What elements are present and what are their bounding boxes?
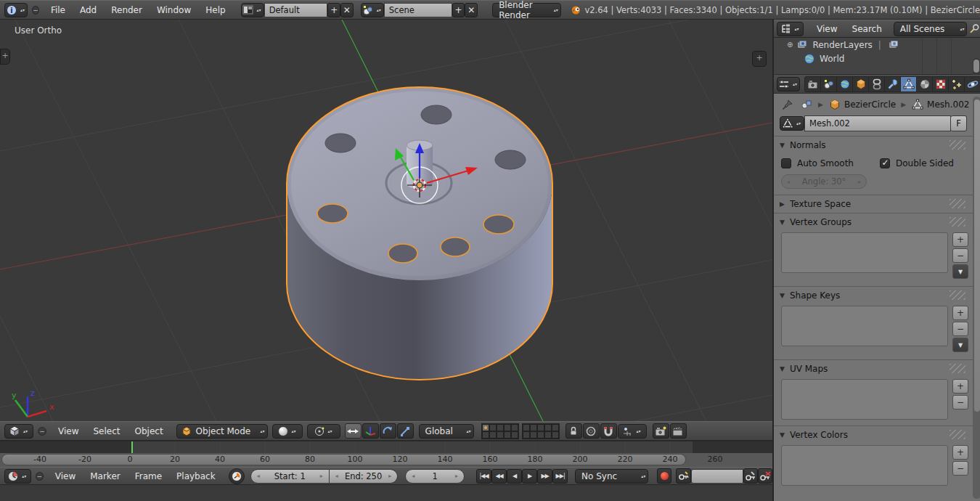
menu-add[interactable]: Add bbox=[73, 5, 104, 15]
mesh-object-cylinder[interactable] bbox=[287, 87, 552, 380]
active-keying-set-button[interactable] bbox=[676, 468, 690, 484]
next-keyframe-button[interactable]: ▶▶ bbox=[537, 469, 552, 484]
snap-element-dropdown[interactable]: ▴▾ bbox=[618, 424, 647, 439]
panel-drag-icon[interactable] bbox=[950, 140, 965, 150]
remove-vertex-color-button[interactable]: − bbox=[952, 461, 968, 476]
vertex-colors-list[interactable] bbox=[781, 445, 948, 486]
3d-viewport[interactable]: y z x User Ortho (1) BezierCircle + bbox=[0, 20, 772, 441]
panel-drag-icon[interactable] bbox=[950, 199, 965, 208]
scale-manipulator-button[interactable] bbox=[397, 423, 414, 439]
double-sided-checkbox-row[interactable]: Double Sided bbox=[873, 154, 960, 171]
shape-key-specials-button[interactable]: ▼ bbox=[952, 338, 968, 352]
editor-type-selector-3dview[interactable]: ▴▾ bbox=[4, 424, 33, 439]
auto-smooth-checkbox[interactable] bbox=[781, 158, 791, 168]
tab-physics[interactable] bbox=[965, 77, 980, 91]
insert-keyframe-button[interactable] bbox=[743, 468, 758, 484]
transform-orientation-dropdown[interactable]: Global ▴▾ bbox=[419, 424, 474, 439]
keying-set-field[interactable] bbox=[691, 469, 743, 484]
lock-to-scene-button[interactable] bbox=[565, 423, 582, 439]
vertex-group-specials-button[interactable]: ▼ bbox=[952, 264, 968, 279]
editor-type-selector-properties[interactable]: ▴▾ bbox=[777, 77, 800, 91]
auto-smooth-checkbox-row[interactable]: Auto Smooth bbox=[774, 154, 873, 171]
timeline-menu-frame[interactable]: Frame bbox=[128, 471, 169, 481]
properties-vertical-scrollbar[interactable] bbox=[973, 97, 980, 499]
add-vertex-group-button[interactable]: + bbox=[952, 232, 968, 247]
tab-scene[interactable] bbox=[821, 77, 837, 91]
current-frame-indicator[interactable] bbox=[131, 441, 133, 453]
scene-browse-button[interactable]: ▴▾ bbox=[361, 3, 384, 17]
properties-shelf-expand-tab[interactable]: + bbox=[752, 51, 767, 67]
panel-header-uv-maps[interactable]: ▼ UV Maps bbox=[774, 360, 973, 378]
viewport-menu-view[interactable]: View bbox=[51, 426, 86, 436]
editor-type-selector-outliner[interactable]: ▴▾ bbox=[777, 22, 804, 36]
collapse-timeline-menus-button[interactable]: − bbox=[36, 472, 44, 481]
pin-icon[interactable] bbox=[781, 98, 794, 111]
layer-1-active[interactable] bbox=[482, 424, 489, 431]
add-vertex-color-button[interactable]: + bbox=[952, 445, 968, 460]
breadcrumb-object[interactable]: BezierCircle bbox=[844, 99, 896, 110]
object-data-context-icon[interactable] bbox=[800, 98, 813, 111]
editor-type-selector-timeline[interactable]: ▴▾ bbox=[4, 469, 31, 484]
scene-name-field[interactable]: Scene bbox=[384, 3, 452, 17]
timeline-menu-playback[interactable]: Playback bbox=[169, 471, 223, 481]
add-scene-button[interactable]: + bbox=[452, 3, 465, 17]
current-frame-field[interactable]: ◂1▸ bbox=[405, 469, 465, 484]
outliner-menu-view[interactable]: View bbox=[809, 24, 844, 34]
delete-scene-button[interactable]: ✕ bbox=[465, 3, 478, 17]
snap-toggle-button[interactable] bbox=[600, 423, 617, 439]
toolbar-expand-tab[interactable]: + bbox=[0, 49, 10, 65]
previous-keyframe-button[interactable]: ◀◀ bbox=[491, 469, 507, 484]
outliner-menu-search[interactable]: Search bbox=[845, 24, 889, 34]
add-uv-map-button[interactable]: + bbox=[952, 379, 968, 394]
tab-render[interactable] bbox=[805, 77, 821, 91]
opengl-render-image-button[interactable] bbox=[653, 423, 669, 439]
mode-dropdown[interactable]: Object Mode ▴▾ bbox=[176, 424, 268, 439]
proportional-edit-button[interactable] bbox=[583, 423, 600, 439]
panel-header-vertex-colors[interactable]: ▼ Vertex Colors bbox=[774, 426, 973, 444]
add-screen-layout-button[interactable]: + bbox=[327, 3, 340, 17]
tab-texture[interactable] bbox=[933, 77, 949, 91]
viewport-menu-select[interactable]: Select bbox=[86, 426, 127, 436]
outliner-search-icon[interactable] bbox=[968, 23, 980, 36]
menu-render[interactable]: Render bbox=[104, 5, 150, 15]
uv-maps-list[interactable] bbox=[781, 379, 948, 420]
tab-object-data[interactable] bbox=[901, 77, 917, 91]
play-button[interactable]: ▶ bbox=[522, 469, 537, 484]
expand-icon[interactable]: ⊕ bbox=[787, 41, 793, 49]
collapse-viewport-menus-button[interactable]: − bbox=[38, 427, 46, 436]
screen-layout-browse-button[interactable]: ▴▾ bbox=[241, 3, 264, 17]
collapse-menus-button[interactable]: − bbox=[32, 6, 39, 15]
menu-help[interactable]: Help bbox=[198, 5, 232, 15]
panel-header-vertex-groups[interactable]: ▼ Vertex Groups bbox=[774, 213, 973, 231]
auto-smooth-angle-slider[interactable]: ◂ Angle: 30° ▸ bbox=[781, 174, 867, 189]
mesh-name-field[interactable]: Mesh.002 bbox=[804, 115, 951, 131]
breadcrumb-data[interactable]: Mesh.002 bbox=[927, 99, 969, 110]
layers-group-1[interactable] bbox=[481, 423, 519, 439]
fake-user-button[interactable]: F bbox=[951, 115, 967, 131]
menu-file[interactable]: File bbox=[44, 5, 73, 15]
remove-vertex-group-button[interactable]: − bbox=[952, 248, 968, 263]
sync-mode-dropdown[interactable]: No Sync ▴▾ bbox=[575, 469, 648, 484]
panel-drag-icon[interactable] bbox=[950, 217, 965, 227]
tab-particles[interactable] bbox=[949, 77, 965, 91]
viewport-shading-dropdown[interactable]: ▴▾ bbox=[272, 424, 303, 439]
timeline-track[interactable] bbox=[0, 441, 772, 453]
shape-keys-list[interactable] bbox=[781, 306, 948, 346]
panel-drag-icon[interactable] bbox=[950, 364, 965, 373]
double-sided-checkbox[interactable] bbox=[880, 158, 890, 168]
use-preview-range-button[interactable] bbox=[229, 468, 245, 484]
viewport-menu-object[interactable]: Object bbox=[128, 426, 171, 436]
mesh-browse-button[interactable]: ▴▾ bbox=[780, 116, 804, 131]
auto-keyframe-record-button[interactable] bbox=[657, 468, 671, 484]
timeline-menu-marker[interactable]: Marker bbox=[83, 471, 127, 481]
panel-drag-icon[interactable] bbox=[950, 290, 965, 300]
render-engine-dropdown[interactable]: Blender Render ▴▾ bbox=[492, 3, 561, 17]
remove-uv-map-button[interactable]: − bbox=[952, 395, 968, 410]
delete-keyframe-button[interactable] bbox=[758, 468, 772, 484]
panel-drag-icon[interactable] bbox=[950, 430, 965, 439]
renderability-icon[interactable] bbox=[887, 38, 900, 52]
vertex-groups-list[interactable] bbox=[781, 232, 948, 273]
manipulator-toggle-button[interactable] bbox=[345, 423, 362, 439]
timeline-ruler[interactable]: -40 -20 0 20 40 60 80 100 120 140 160 18… bbox=[0, 453, 772, 467]
layers-group-2[interactable] bbox=[522, 423, 560, 439]
